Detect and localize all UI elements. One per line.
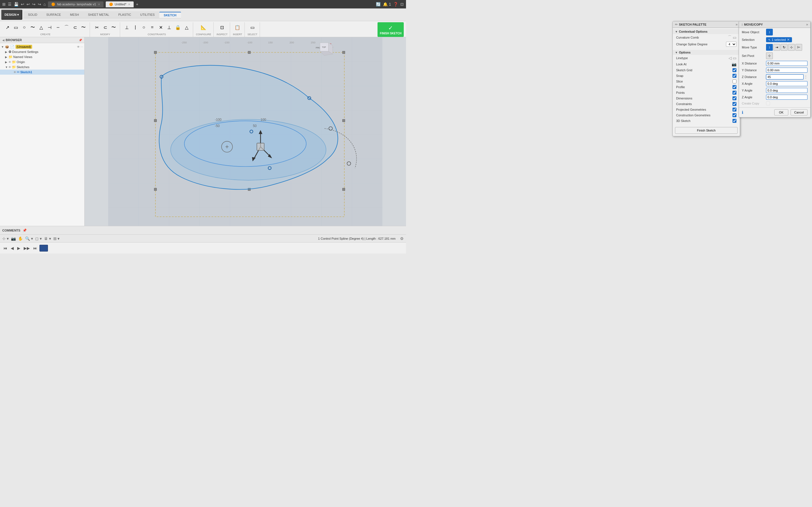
tool-slot[interactable]: ⊣ xyxy=(46,22,54,33)
finish-sketch-btn[interactable]: ✓ FINISH SKETCH xyxy=(377,22,404,37)
tab-plastic[interactable]: PLASTIC xyxy=(114,12,136,18)
sketches-eye-icon[interactable]: 👁 xyxy=(8,66,11,69)
tool-arc[interactable]: ⌒ xyxy=(63,22,70,33)
redo-icon[interactable]: ↪ xyxy=(32,2,36,6)
undo-2-icon[interactable]: ↩ xyxy=(27,2,30,6)
root-options-icon[interactable]: ⋯ xyxy=(80,45,83,48)
tool-offset[interactable]: ⊂ xyxy=(71,22,79,33)
menu-icon[interactable]: ☰ xyxy=(8,2,11,6)
nav-play-btn[interactable]: ▶ xyxy=(16,245,21,251)
tool-triangle[interactable]: △ xyxy=(37,22,45,33)
help-icon[interactable]: ❓ xyxy=(393,2,398,6)
browser-item-sketch1[interactable]: 👁 ✏ Sketch1 xyxy=(0,69,84,75)
save-icon[interactable]: 💾 xyxy=(14,2,18,6)
pan-icon[interactable]: ✋ xyxy=(18,236,23,241)
tool-rect[interactable]: ▭ xyxy=(12,22,20,33)
zoom-icon[interactable]: 🔍 ▾ xyxy=(25,236,33,241)
tab-untitled-close[interactable]: ✕ xyxy=(128,3,130,6)
selection-filter-icon[interactable]: ⊹ ▾ xyxy=(2,236,9,241)
tool-circle[interactable]: ○ xyxy=(20,22,28,33)
comments-bar: COMMENTS 📌 xyxy=(0,226,406,234)
app-grid-icon[interactable]: ⊞ xyxy=(2,2,6,6)
design-button[interactable]: DESIGN ▾ xyxy=(1,10,22,20)
origin-eye-icon[interactable]: 👁 xyxy=(8,61,11,64)
tool-mirror[interactable]: 〜 xyxy=(80,22,87,33)
browser-title: BROWSER xyxy=(6,38,78,42)
tab-lampshade-close[interactable]: ✕ xyxy=(98,3,100,6)
toolbar-group-constraints: ⊥ | ○ = ✕ ⊥ 🔒 △ CONSTRAINTS xyxy=(121,22,193,37)
sync-icon[interactable]: 🔄 xyxy=(376,2,380,6)
undo-icon[interactable]: ↩ xyxy=(21,2,24,6)
root-eye-icon[interactable]: 👁 xyxy=(77,45,80,48)
display-icon[interactable]: 🖥 ▾ xyxy=(44,236,51,241)
browser-pin-icon[interactable]: 📌 xyxy=(79,39,82,42)
sketch1-eye-icon[interactable]: 👁 xyxy=(13,71,16,74)
tool-parallel[interactable]: ✕ xyxy=(157,22,165,33)
sketches-arrow: ▼ xyxy=(5,66,8,69)
canvas-area[interactable]: 250 200 150 -100 -150 -200 -250 xyxy=(85,37,406,226)
browser-item-sketches[interactable]: ▼ 👁 📁 Sketches xyxy=(0,64,84,69)
redo-2-icon[interactable]: ↪ xyxy=(38,2,41,6)
svg-text:200: 200 xyxy=(290,41,294,44)
visual-style-icon[interactable]: ◻ ▾ xyxy=(35,236,42,241)
settings-icon[interactable]: ⚙ xyxy=(400,236,404,241)
nav-first-btn[interactable]: ⏮ xyxy=(2,245,8,251)
svg-point-34 xyxy=(185,121,306,166)
tool-perpendicular[interactable]: ⊥ xyxy=(165,22,173,33)
tool-inspect[interactable]: ⊡ xyxy=(218,22,226,33)
tool-equal[interactable]: = xyxy=(148,22,156,33)
add-tab-btn[interactable]: + xyxy=(136,2,138,6)
tool-trim[interactable]: ✂ xyxy=(93,22,101,33)
svg-text:150: 150 xyxy=(268,41,273,44)
svg-rect-26 xyxy=(343,51,345,54)
doc-settings-icon: ⚙ xyxy=(8,50,11,54)
home-icon[interactable]: ⌂ xyxy=(43,2,46,6)
capture-icon[interactable]: 📷 xyxy=(11,236,16,241)
svg-text:-250: -250 xyxy=(181,41,187,44)
nav-thumbnail[interactable] xyxy=(40,245,48,251)
tool-fix[interactable]: 🔒 xyxy=(174,22,182,33)
window-icon[interactable]: ⊡ xyxy=(400,2,404,6)
tab-solid[interactable]: SOLID xyxy=(23,12,42,18)
notification-icon[interactable]: 🔔 1 xyxy=(383,2,391,6)
tab-sketch[interactable]: SKETCH xyxy=(159,12,181,18)
main-area: ◀ BROWSER 📌 ▼ 📦 📄 (Unsaved) 👁 ⋯ ▶ ⚙ Docu… xyxy=(0,37,406,226)
nav-last-btn[interactable]: ⏭ xyxy=(32,245,38,251)
insert-label: INSERT xyxy=(233,33,242,36)
tool-fillet[interactable]: ╌ xyxy=(54,22,62,33)
tool-concentric[interactable]: ○ xyxy=(140,22,148,33)
toolbar-groups: ↗ ▭ ○ 〜 △ ⊣ ╌ ⌒ ⊂ 〜 CREATE ✂ ⊂ 〜 MODIFY xyxy=(0,21,406,37)
grid-icon[interactable]: ⊞ ▾ xyxy=(53,236,60,241)
svg-rect-25 xyxy=(248,51,251,54)
svg-text:100: 100 xyxy=(260,118,266,122)
nav-next-btn[interactable]: ▶▶ xyxy=(22,245,31,251)
svg-text:-200: -200 xyxy=(203,41,208,44)
tool-coincident[interactable]: ⊥ xyxy=(123,22,131,33)
tool-line[interactable]: ↗ xyxy=(3,22,11,33)
comments-pin-icon[interactable]: 📌 xyxy=(22,228,27,232)
browser-item-root[interactable]: ▼ 📦 📄 (Unsaved) 👁 ⋯ xyxy=(0,44,84,49)
browser-back-icon[interactable]: ◀ xyxy=(2,39,4,42)
browser-item-named-views[interactable]: ▶ 📁 Named Views xyxy=(0,54,84,59)
tab-lampshade[interactable]: 🟠 fab academy- lampshade v1 ✕ xyxy=(48,1,103,7)
tab-mesh[interactable]: MESH xyxy=(65,12,84,18)
svg-text:-100: -100 xyxy=(215,118,221,122)
tab-sheet-metal[interactable]: SHEET METAL xyxy=(84,12,114,18)
browser-item-origin[interactable]: ▶ 👁 📁 Origin xyxy=(0,59,84,64)
tool-insert[interactable]: 📋 xyxy=(233,22,242,33)
browser-item-document-settings[interactable]: ▶ ⚙ Document Settings xyxy=(0,49,84,54)
toolbar-group-select: ▭ SELECT xyxy=(245,22,260,37)
tool-tangent[interactable]: △ xyxy=(183,22,191,33)
tab-utilities[interactable]: UTILITIES xyxy=(136,12,159,18)
tool-break[interactable]: 〜 xyxy=(110,22,117,33)
tool-select[interactable]: ▭ xyxy=(248,22,256,33)
tool-collinear[interactable]: | xyxy=(132,22,139,33)
tab-untitled[interactable]: 🟠 Untitled* ✕ xyxy=(106,1,134,7)
doc-settings-arrow: ▶ xyxy=(5,50,8,54)
tool-configure[interactable]: 📐 xyxy=(199,22,208,33)
tab-surface[interactable]: SURFACE xyxy=(42,12,65,18)
nav-prev-btn[interactable]: ◀ xyxy=(10,245,15,251)
tool-spline[interactable]: 〜 xyxy=(29,22,37,33)
tool-extend[interactable]: ⊂ xyxy=(101,22,109,33)
view-cube[interactable]: Z FRONT RIGHT X TOP xyxy=(314,40,334,60)
